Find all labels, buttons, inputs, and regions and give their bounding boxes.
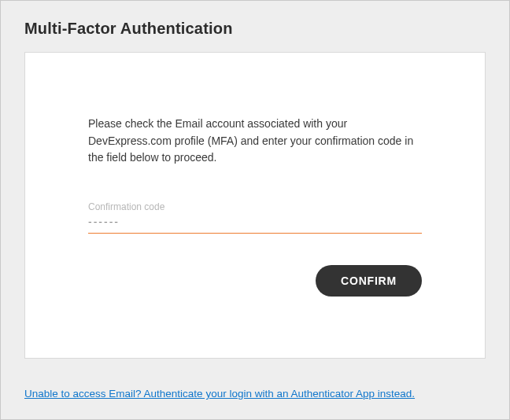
instruction-text: Please check the Email account associate… [88,116,422,167]
confirmation-code-input[interactable] [88,214,422,234]
mfa-card: Please check the Email account associate… [24,52,486,359]
page-title: Multi-Factor Authentication [24,20,486,38]
alt-link-row: Unable to access Email? Authenticate you… [24,386,486,400]
confirmation-code-field: Confirmation code [88,201,422,234]
confirm-button[interactable]: CONFIRM [316,265,422,297]
button-row: CONFIRM [88,265,422,297]
confirmation-code-label: Confirmation code [88,201,422,212]
authenticator-app-link[interactable]: Unable to access Email? Authenticate you… [24,388,415,400]
mfa-page: Multi-Factor Authentication Please check… [0,0,510,420]
